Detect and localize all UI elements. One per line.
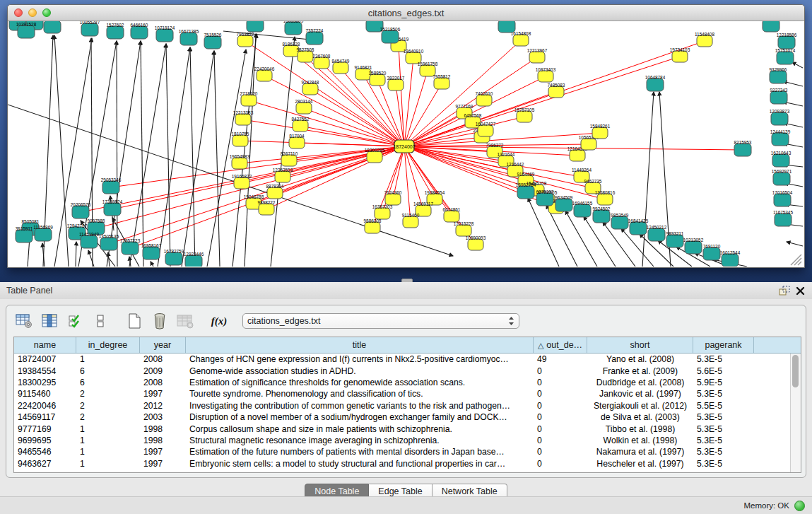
graph-node[interactable]: 16047427 [476,122,496,136]
graph-node[interactable]: 15218506 [380,27,401,43]
column-header-pagerank[interactable]: pagerank [693,337,754,353]
graph-node[interactable]: 12218586 [777,33,797,49]
graph-node[interactable]: 7357224 [306,28,324,45]
graph-node[interactable]: 16782759 [164,249,184,265]
graph-node[interactable]: 5931804 [763,21,780,32]
citation-edge-black[interactable] [166,44,170,267]
table-row[interactable]: 1830029562008Estimation of significance … [14,377,801,388]
network-window[interactable]: citations_edges.txt 27181201221338318107… [7,4,805,268]
column-check-icon[interactable] [64,311,86,331]
graph-node[interactable]: 2718120 [240,91,258,106]
citation-edge-red[interactable] [111,146,404,187]
graph-node[interactable]: 10719124 [155,25,175,42]
citation-edge-black[interactable] [233,34,257,267]
graph-node[interactable]: 10973403 [536,67,556,82]
graph-node[interactable]: 12450212 [647,225,667,241]
graph-node[interactable]: 11675345 [773,210,793,226]
citation-edge-black[interactable] [88,250,94,267]
close-window-icon[interactable] [14,8,23,17]
memory-status-icon[interactable] [794,501,805,511]
citation-edge-red[interactable] [310,89,404,146]
graph-node[interactable]: 16210643 [771,151,792,167]
citation-edge-red[interactable] [305,57,404,146]
table-row[interactable]: 977716911998Corpus callosum shape and si… [14,423,801,434]
column-header-title[interactable]: title [186,337,534,353]
table-row[interactable]: 1456911722003Disruption of a novel membe… [14,411,801,423]
graph-node[interactable]: 9924502 [593,206,611,223]
graph-node[interactable]: 19166822 [232,174,252,189]
graph-node[interactable]: 20891406 [42,21,63,33]
graph-node[interactable]: 2687682 [498,21,516,33]
graph-node[interactable]: 17359924 [102,199,123,216]
graph-node[interactable]: 6466160 [131,23,148,39]
graph-node[interactable]: 13505135 [99,234,119,250]
graph-node[interactable]: 12093873 [770,109,790,125]
row-height-icon[interactable] [90,311,111,331]
citation-edge-black[interactable] [117,41,117,267]
table-row[interactable]: 946362711997Embryonic stem cells: a mode… [14,458,801,469]
graph-node[interactable]: 18952784 [516,182,536,199]
delete-table-icon[interactable] [149,311,170,331]
graph-node[interactable]: 6879197 [536,189,554,206]
graph-node[interactable]: 16671385 [179,29,199,45]
graph-node[interactable]: 7485083 [548,83,565,98]
graph-node[interactable]: 22420046 [254,66,275,81]
table-row[interactable]: 1938455462009Genome-wide association stu… [14,365,801,376]
graph-node[interactable]: 12213383 [233,110,254,125]
graph-node[interactable]: 12353593 [273,168,293,182]
column-header-out_degree[interactable]: △out_de… [534,337,587,353]
citation-edge-black[interactable] [546,205,577,267]
zoom-window-icon[interactable] [42,8,51,17]
graph-node[interactable]: 20206576 [71,202,91,218]
graph-node[interactable]: 29053346 [101,177,122,194]
graph-node[interactable]: 8878334 [266,184,284,199]
graph-node[interactable]: 10213052 [683,238,704,254]
graph-node[interactable]: 16946155 [572,201,593,217]
graph-node[interactable]: 11156869 [33,225,53,241]
table-body[interactable]: 1872400712008Changes of HCN gene express… [14,354,801,472]
scrollbar-thumb[interactable] [792,355,799,387]
citation-edge-black[interactable] [54,35,69,267]
graph-node[interactable]: 1810755 [232,132,249,146]
graph-node[interactable]: 18757105 [514,107,535,122]
graph-node[interactable]: 8454749 [332,59,350,74]
graph-node[interactable]: 8267110 [281,151,298,166]
table-row[interactable]: 2242004622012Investigating the contribut… [14,400,801,411]
graph-node[interactable]: 1527602 [107,23,124,39]
graph-node[interactable]: 18300295 [365,148,385,163]
graph-node[interactable]: 19734103 [670,47,690,62]
graph-node[interactable]: 8215953 [734,140,752,156]
graph-node[interactable]: 16154808 [511,31,531,46]
graph-node[interactable]: 17016504 [772,190,793,206]
citation-edge-black[interactable] [76,242,76,267]
graph-node[interactable]: 1588520 [369,71,387,86]
new-table-icon[interactable] [124,311,145,331]
graph-node[interactable]: 19654983 [230,154,250,169]
graph-node[interactable]: 10391528 [16,22,37,38]
graph-node[interactable]: 7955812 [433,74,451,89]
citation-edge-black[interactable] [182,51,214,267]
graph-node[interactable]: 8427552 [292,117,310,132]
minimize-window-icon[interactable] [28,8,37,17]
graph-node[interactable]: 7624360 [384,190,402,205]
select-columns-icon[interactable] [39,311,60,331]
graph-node[interactable]: 6074861 [443,207,461,222]
graph-node[interactable]: 16012544 [720,250,741,267]
table-select-combobox[interactable]: citations_edges.txt [242,313,519,329]
window-titlebar[interactable]: citations_edges.txt [8,5,804,21]
graph-node[interactable]: 12444139 [770,129,791,146]
graph-node[interactable]: 9242848 [302,80,319,95]
graph-node[interactable]: 9898222 [258,200,276,215]
citation-edge-red[interactable] [130,146,404,248]
graph-node[interactable]: 12213967 [527,48,548,63]
graph-node[interactable]: 16357203 [372,204,393,219]
graph-node[interactable]: 16841425 [628,218,649,235]
citation-edge-red[interactable] [399,46,404,146]
citation-edge-black[interactable] [792,62,803,68]
graph-node[interactable]: 15848261 [590,124,611,139]
resize-grip-icon[interactable] [791,255,801,265]
graph-node[interactable]: 17957223 [120,238,141,255]
citation-edge-red[interactable] [243,119,404,146]
graph-node[interactable]: 7691120 [703,244,721,260]
citation-edge-black[interactable] [190,47,195,267]
